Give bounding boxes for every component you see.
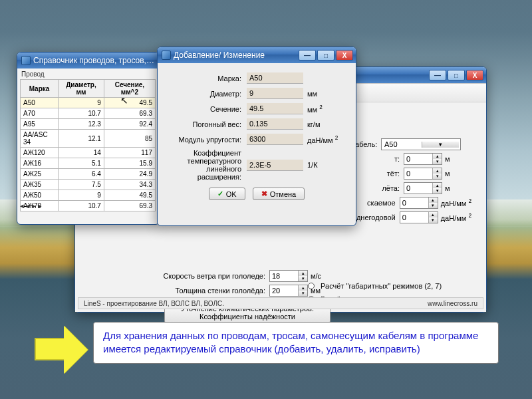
cancel-button[interactable]: ✖ Отмена — [253, 188, 305, 200]
ice-thickness-label: Толщина стенки гололёда: — [144, 287, 269, 295]
param-unit: м — [445, 184, 450, 192]
param-input[interactable] — [404, 183, 432, 194]
spinner-up-icon[interactable]: ▴ — [432, 183, 442, 188]
field-input[interactable] — [247, 160, 303, 171]
reference-window: Справочник проводов, тросов, кабелей Про… — [17, 52, 160, 225]
wind-speed-unit: м/с — [311, 272, 321, 280]
field-unit: 1/К — [307, 161, 318, 169]
spinner-up-icon[interactable]: ▴ — [428, 198, 438, 203]
status-bar: LineS - проектирование ВЛ, ВОЛС ВЛ, ВОЛС… — [78, 297, 483, 309]
param-input[interactable] — [404, 168, 432, 179]
table-row[interactable]: АЖ357.534.3 — [21, 180, 156, 190]
param-unit: м — [445, 170, 450, 178]
table-header[interactable]: Сечение, мм^2 — [104, 80, 155, 98]
table-row[interactable]: АЖ50949.5 — [21, 190, 156, 201]
ice-thickness-spinner[interactable]: ▴▾ — [269, 285, 308, 297]
dialog-titlebar[interactable]: Добавление/ Изменение — □ X — [158, 47, 356, 63]
record-navigator[interactable]: ◂ ◂ ▸ ▸ — [20, 201, 42, 210]
wind-speed-spinner[interactable]: ▴▾ — [269, 270, 308, 282]
param-spinner[interactable]: ▴▾ — [400, 197, 438, 209]
table-row[interactable]: A50949.5 — [21, 98, 156, 108]
spinner-up-icon[interactable]: ▴ — [298, 271, 307, 276]
table-row[interactable]: АЖ256.424.9 — [21, 169, 156, 180]
spinner-down-icon[interactable]: ▾ — [298, 291, 307, 296]
table-row[interactable]: АЖ165.115.9 — [21, 158, 156, 169]
spinner-down-icon[interactable]: ▾ — [298, 276, 307, 281]
chevron-down-icon: ▼ — [422, 142, 460, 148]
ice-thickness-input[interactable] — [270, 285, 298, 296]
close-button[interactable]: X — [466, 70, 483, 80]
spinner-up-icon[interactable]: ▴ — [432, 168, 442, 174]
param-label: т: — [352, 155, 404, 163]
spinner-down-icon[interactable]: ▾ — [432, 174, 442, 179]
table-row[interactable]: АЖ12014117 — [21, 148, 156, 158]
param-spinner[interactable]: ▴▾ — [404, 182, 442, 194]
cable-combo[interactable]: A50 ▼ — [381, 138, 461, 150]
table-row[interactable]: A9512.392.4 — [21, 119, 156, 130]
param-input[interactable] — [400, 212, 428, 223]
ok-button-label: OK — [226, 190, 237, 198]
spinner-up-icon[interactable]: ▴ — [428, 212, 438, 217]
minimize-button[interactable]: — — [429, 70, 446, 80]
reference-titlebar[interactable]: Справочник проводов, тросов, кабелей — [17, 53, 159, 68]
param-spinner[interactable]: ▴▾ — [404, 153, 442, 165]
cancel-button-label: Отмена — [270, 190, 296, 198]
param-input[interactable] — [400, 198, 428, 208]
check-icon: ✓ — [217, 190, 223, 198]
spinner-up-icon[interactable]: ▴ — [298, 285, 307, 291]
field-unit: кг/м — [307, 120, 320, 128]
param-spinner[interactable]: ▴▾ — [404, 168, 442, 180]
field-input[interactable] — [247, 72, 303, 84]
yellow-arrow-icon — [35, 326, 88, 372]
table-header[interactable]: Марка — [21, 80, 59, 98]
param-unit: даН/мм 2 — [441, 213, 471, 222]
ok-button[interactable]: ✓ OK — [209, 188, 245, 200]
param-label: скаемое — [352, 199, 400, 207]
lines-app-icon — [21, 56, 31, 65]
spinner-down-icon[interactable]: ▾ — [432, 159, 442, 164]
param-label: еднегодовой — [352, 213, 400, 221]
table-row[interactable]: A7010.769.3 — [21, 108, 156, 119]
cross-icon: ✖ — [261, 190, 267, 198]
slide-caption: Для хранения данных по проводам, тросам,… — [93, 322, 499, 364]
param-unit: м — [445, 155, 450, 163]
param-label: лёта: — [352, 184, 404, 192]
spinner-up-icon[interactable]: ▴ — [432, 154, 442, 159]
spinner-down-icon[interactable]: ▾ — [428, 203, 438, 208]
field-input[interactable] — [247, 134, 303, 145]
cable-combo-value: A50 — [384, 140, 422, 148]
param-input[interactable] — [404, 154, 432, 164]
maximize-button[interactable]: □ — [448, 70, 465, 80]
field-label: Погонный вес: — [167, 120, 247, 128]
radio-gabarit[interactable] — [308, 283, 315, 289]
edit-dialog: Добавление/ Изменение — □ X Марка:Диамет… — [157, 47, 356, 226]
wind-speed-input[interactable] — [270, 271, 298, 281]
field-unit: мм 2 — [307, 104, 323, 114]
table-row[interactable]: AA/ASC 3412.185 — [21, 130, 156, 148]
field-label: Марка: — [167, 74, 247, 82]
field-unit: даН/мм 2 — [307, 135, 338, 144]
wire-params-panel: кабель: A50 ▼ т:▴▾мтёт:▴▾млёта:▴▾мскаемо… — [352, 137, 478, 225]
field-input[interactable] — [247, 88, 303, 99]
wire-group-label: Провод — [17, 68, 159, 78]
radio-gabarit-label: Расчёт "габаритных" режимов (2, 7) — [321, 282, 442, 290]
reference-title: Справочник проводов, тросов, кабелей — [33, 56, 156, 65]
field-input[interactable] — [247, 103, 303, 114]
field-label: Сечение: — [167, 105, 247, 113]
spinner-down-icon[interactable]: ▾ — [428, 217, 438, 223]
status-right: www.linecross.ru — [428, 300, 477, 307]
param-label: тёт: — [352, 170, 404, 178]
spinner-down-icon[interactable]: ▾ — [432, 188, 442, 194]
close-button[interactable]: X — [336, 50, 353, 61]
wires-table[interactable]: МаркаДиаметр, ммСечение, мм^2 A50949.5A7… — [20, 79, 156, 211]
table-header[interactable]: Диаметр, мм — [59, 80, 104, 98]
param-spinner[interactable]: ▴▾ — [400, 211, 438, 223]
dialog-title: Добавление/ Изменение — [174, 51, 299, 60]
field-input[interactable] — [247, 118, 303, 130]
lines-app-icon — [162, 51, 171, 60]
field-label: Диаметр: — [167, 90, 247, 98]
minimize-button[interactable]: — — [299, 50, 316, 61]
status-left: LineS - проектирование ВЛ, ВОЛС ВЛ, ВОЛС… — [84, 300, 224, 307]
field-label: Коэффициент температурного линейного рас… — [167, 149, 247, 181]
maximize-button[interactable]: □ — [317, 50, 334, 61]
